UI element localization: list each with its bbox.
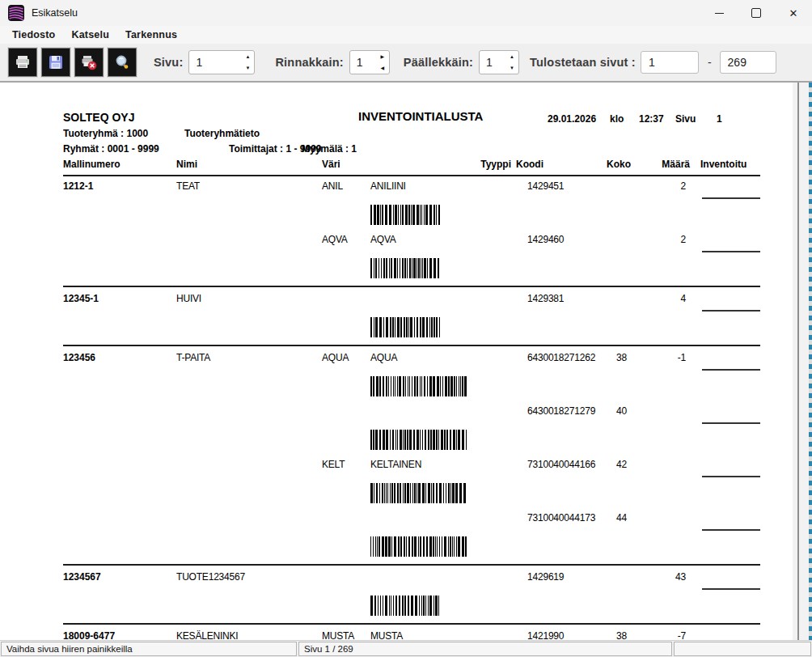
barcode xyxy=(370,205,442,225)
printer-icon xyxy=(14,53,32,71)
variant-koodi: 1429460 xyxy=(527,234,564,245)
variant-koodi: 1421990 xyxy=(527,630,564,640)
window-edge-dashes xyxy=(809,83,812,640)
item-model: 123456 xyxy=(63,352,95,363)
spin-right-icon[interactable]: ▶ xyxy=(378,54,387,59)
report-sivu-label: Sivu xyxy=(675,113,696,125)
spin-up-icon[interactable]: ▲ xyxy=(243,54,252,59)
status-empty-panel xyxy=(674,642,811,656)
preview-page-area[interactable]: SOLTEQ OYJ INVENTOINTIALUSTA 29.01.2026 … xyxy=(0,81,812,640)
variant-koko: 38 xyxy=(581,630,627,640)
app-logo-icon xyxy=(8,5,24,21)
minimize-icon xyxy=(715,13,724,14)
col-tyyppi: Tyyppi xyxy=(443,159,511,170)
variant-vari-nimi: MUSTA xyxy=(370,630,403,640)
vertical-scrollbar[interactable] xyxy=(793,83,809,640)
col-inventoitu: Inventoitu xyxy=(700,159,746,170)
spin-left-icon[interactable]: ◀ xyxy=(378,66,387,70)
variant-vari-nimi: KELTAINEN xyxy=(370,459,421,470)
inventoitu-underline xyxy=(702,476,760,477)
inventoitu-underline xyxy=(702,197,760,199)
header-rule xyxy=(63,175,760,176)
zoom-button[interactable] xyxy=(108,48,137,77)
sivu-spinner[interactable]: 1 ▲ ▼ xyxy=(188,50,255,74)
menu-tiedosto[interactable]: Tiedosto xyxy=(4,29,63,40)
report-page: SOLTEQ OYJ INVENTOINTIALUSTA 29.01.2026 … xyxy=(63,83,760,640)
item-separator-rule xyxy=(63,623,760,625)
variant-vari-nimi: AQUA xyxy=(370,352,397,363)
item-name: T-PAITA xyxy=(176,352,210,363)
item-separator-rule xyxy=(63,286,760,287)
col-mallinumero: Mallinumero xyxy=(63,159,121,170)
item-model: 12345-1 xyxy=(63,293,99,304)
save-icon xyxy=(47,53,65,71)
variant-koodi: 1429381 xyxy=(527,293,564,304)
toolbar: Sivu: 1 ▲ ▼ Rinnakkain: 1 ▶ ◀ Päällekkäi… xyxy=(0,44,812,81)
close-icon: ✕ xyxy=(789,8,798,19)
menu-tarkennus[interactable]: Tarkennus xyxy=(117,29,185,40)
report-page-number: 1 xyxy=(717,113,722,125)
sivu-label: Sivu: xyxy=(154,56,183,69)
inventoitu-underline xyxy=(702,251,760,252)
item-model: 18009-6477 xyxy=(63,630,115,640)
rinnakkain-value: 1 xyxy=(350,51,376,74)
close-button[interactable]: ✕ xyxy=(775,0,812,26)
variant-maara: 2 xyxy=(621,234,686,245)
variant-maara: -1 xyxy=(621,352,686,363)
status-hint: Vaihda sivua hiiren painikkeilla xyxy=(1,642,297,656)
spin-up-icon[interactable]: ▲ xyxy=(507,54,517,59)
inventoitu-underline xyxy=(702,310,760,312)
barcode xyxy=(370,536,469,557)
variant-vari: KELT xyxy=(322,459,345,470)
variant-maara: 43 xyxy=(621,571,686,583)
variant-vari: AQUA xyxy=(322,352,349,363)
scrollbar-track-line xyxy=(797,83,799,640)
report-company: SOLTEQ OYJ xyxy=(63,112,134,123)
spin-down-icon[interactable]: ▼ xyxy=(243,66,252,70)
range-to-field[interactable]: 269 xyxy=(720,51,776,74)
barcode xyxy=(370,430,469,450)
maximize-icon xyxy=(751,8,761,18)
col-vari: Väri xyxy=(322,159,340,170)
item-model: 1212-1 xyxy=(63,180,93,192)
variant-koko: 44 xyxy=(581,512,627,523)
maximize-button[interactable] xyxy=(738,0,775,26)
barcode xyxy=(370,483,469,503)
print-button[interactable] xyxy=(8,48,37,77)
item-name: TUOTE1234567 xyxy=(176,571,245,583)
paallekkain-label: Päällekkäin: xyxy=(404,56,473,69)
col-maara: Määrä xyxy=(633,159,690,170)
paallekkain-spinner[interactable]: 1 ▲ ▼ xyxy=(479,50,519,74)
window-controls: ✕ xyxy=(700,0,812,26)
range-from-field[interactable]: 1 xyxy=(641,51,699,74)
statusbar: Vaihda sivua hiiren painikkeilla Sivu 1 … xyxy=(0,640,812,657)
sivu-spinner-arrows: ▲ ▼ xyxy=(241,51,254,74)
item-name: KESÄLENINKI xyxy=(176,630,239,640)
rinnakkain-spinner-arrows: ▶ ◀ xyxy=(376,51,389,74)
spin-down-icon[interactable]: ▼ xyxy=(507,66,517,70)
report-group-label: Tuoteryhmä : 1000 xyxy=(63,128,148,139)
item-separator-rule xyxy=(63,345,760,346)
report-klo-label: klo xyxy=(610,113,624,125)
variant-maara: 4 xyxy=(621,293,686,304)
status-page-indicator: Sivu 1 / 269 xyxy=(298,642,672,656)
minimize-button[interactable] xyxy=(700,0,738,26)
save-button[interactable] xyxy=(41,48,70,77)
item-name: TEAT xyxy=(176,180,200,192)
variant-vari-nimi: ANILIINI xyxy=(370,180,406,192)
variant-koko: 38 xyxy=(581,352,627,363)
item-model: 1234567 xyxy=(63,571,101,583)
rinnakkain-label: Rinnakkain: xyxy=(275,56,343,69)
item-name: HUIVI xyxy=(176,293,201,304)
variant-koodi: 1429619 xyxy=(527,571,564,583)
variant-koko: 40 xyxy=(581,405,627,417)
inventoitu-underline xyxy=(702,369,760,371)
report-time: 12:37 xyxy=(639,113,664,125)
item-separator-rule xyxy=(63,564,760,566)
titlebar: Esikatselu ✕ xyxy=(0,0,812,26)
report-date: 29.01.2026 xyxy=(548,113,596,125)
menu-katselu[interactable]: Katselu xyxy=(63,29,117,40)
cancel-print-button[interactable] xyxy=(74,48,104,77)
variant-maara: 2 xyxy=(621,180,686,192)
rinnakkain-spinner[interactable]: 1 ▶ ◀ xyxy=(349,50,390,74)
